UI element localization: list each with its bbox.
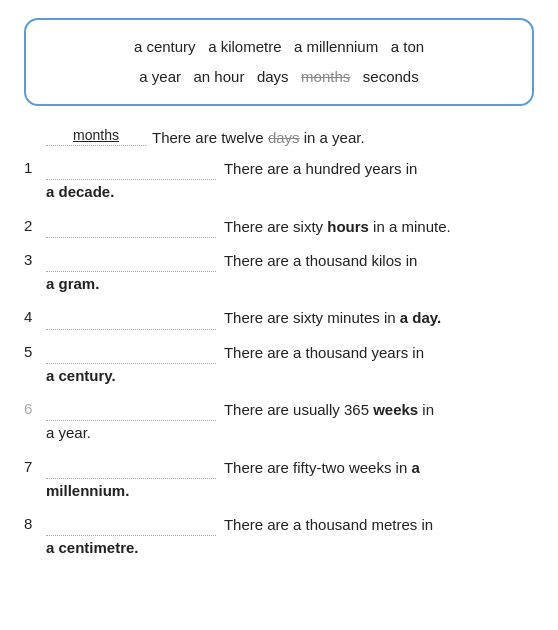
blank-2: [46, 214, 216, 238]
blank-5: [46, 340, 216, 364]
exercise-number-4: 4: [24, 305, 46, 328]
bold-end-3: a gram.: [46, 275, 99, 292]
blank-3: [46, 248, 216, 272]
word-days: days: [257, 68, 289, 85]
exercise-number-3: 3: [24, 248, 46, 271]
exercise-item-3: 3 There are a thousand kilos in a gram.: [24, 248, 534, 296]
word-kilometre: a kilometre: [208, 38, 281, 55]
word-ton: a ton: [391, 38, 424, 55]
exercise-number-2: 2: [24, 214, 46, 237]
bold-end-4: a day.: [400, 309, 441, 326]
word-year: a year: [139, 68, 181, 85]
word-seconds: seconds: [363, 68, 419, 85]
exercise-item-1: 1 There are a hundred years in a decade.: [24, 156, 534, 204]
blank-7: [46, 455, 216, 479]
example-sentence: There are twelve days in a year.: [152, 129, 365, 146]
bold-weeks-6: weeks: [373, 401, 418, 418]
blank-8: [46, 512, 216, 536]
exercise-content-6: There are usually 365 weeks in a year.: [46, 397, 534, 445]
bold-end-5: a century.: [46, 367, 116, 384]
exercise-list: 1 There are a hundred years in a decade.…: [24, 156, 534, 560]
exercise-number-5: 5: [24, 340, 46, 363]
blank-1: [46, 156, 216, 180]
bold-end-7a: a: [411, 459, 419, 476]
example-answer: months: [73, 127, 119, 143]
exercise-number-7: 7: [24, 455, 46, 478]
bold-end-7b: millennium.: [46, 482, 129, 499]
exercise-item-7: 7 There are fifty-two weeks in a millenn…: [24, 455, 534, 503]
blank-4: [46, 305, 216, 329]
exercise-content-8: There are a thousand metres in a centime…: [46, 512, 534, 560]
exercise-item-6: 6 There are usually 365 weeks in a year.: [24, 397, 534, 445]
exercise-number-8: 8: [24, 512, 46, 535]
exercise-content-1: There are a hundred years in a decade.: [46, 156, 534, 204]
example-blank: months: [46, 128, 146, 146]
blank-6: [46, 397, 216, 421]
word-box: a century a kilometre a millennium a ton…: [24, 18, 534, 106]
exercise-item-2: 2 There are sixty hours in a minute.: [24, 214, 534, 238]
exercise-content-3: There are a thousand kilos in a gram.: [46, 248, 534, 296]
exercise-item-8: 8 There are a thousand metres in a centi…: [24, 512, 534, 560]
exercise-item-4: 4 There are sixty minutes in a day.: [24, 305, 534, 329]
example-row: months There are twelve days in a year.: [46, 128, 534, 146]
word-century: a century: [134, 38, 196, 55]
word-millennium: a millennium: [294, 38, 378, 55]
exercise-content-2: There are sixty hours in a minute.: [46, 214, 534, 238]
exercise-content-7: There are fifty-two weeks in a millenniu…: [46, 455, 534, 503]
word-months: months: [301, 68, 350, 85]
exercise-item-5: 5 There are a thousand years in a centur…: [24, 340, 534, 388]
exercise-content-5: There are a thousand years in a century.: [46, 340, 534, 388]
exercise-number-1: 1: [24, 156, 46, 179]
word-hour: an hour: [194, 68, 245, 85]
exercise-number-6: 6: [24, 397, 46, 420]
bold-end-1: a decade.: [46, 183, 114, 200]
bold-hours: hours: [327, 218, 369, 235]
bold-end-8: a centimetre.: [46, 539, 139, 556]
exercise-content-4: There are sixty minutes in a day.: [46, 305, 534, 329]
example-strikethrough: days: [268, 129, 300, 146]
